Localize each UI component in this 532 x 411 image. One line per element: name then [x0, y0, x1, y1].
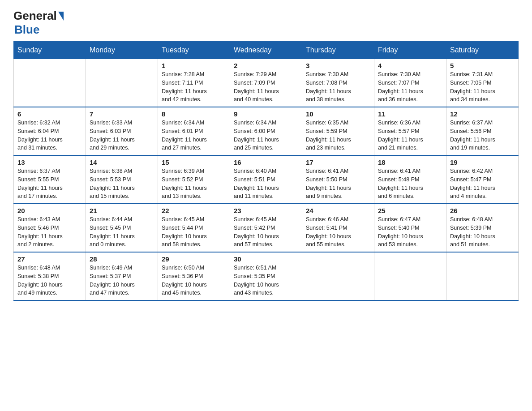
day-info: Sunrise: 6:38 AM Sunset: 5:53 PM Dayligh…	[90, 167, 154, 201]
day-info: Sunrise: 6:41 AM Sunset: 5:48 PM Dayligh…	[378, 167, 442, 201]
day-info: Sunrise: 7:29 AM Sunset: 7:09 PM Dayligh…	[234, 70, 298, 104]
calendar-cell: 13Sunrise: 6:37 AM Sunset: 5:55 PM Dayli…	[14, 155, 86, 204]
weekday-header-tuesday: Tuesday	[158, 42, 230, 59]
calendar-cell: 19Sunrise: 6:42 AM Sunset: 5:47 PM Dayli…	[446, 155, 519, 204]
day-number: 26	[450, 207, 515, 214]
day-info: Sunrise: 7:30 AM Sunset: 7:07 PM Dayligh…	[378, 70, 442, 104]
day-number: 6	[17, 110, 82, 118]
weekday-header-friday: Friday	[374, 42, 446, 59]
day-info: Sunrise: 6:32 AM Sunset: 6:04 PM Dayligh…	[17, 119, 82, 152]
day-number: 23	[234, 207, 298, 214]
calendar-cell: 11Sunrise: 6:36 AM Sunset: 5:57 PM Dayli…	[374, 107, 446, 155]
day-info: Sunrise: 6:43 AM Sunset: 5:46 PM Dayligh…	[17, 215, 82, 249]
day-number: 17	[306, 158, 370, 166]
day-info: Sunrise: 6:42 AM Sunset: 5:47 PM Dayligh…	[450, 167, 515, 201]
day-number: 30	[234, 255, 298, 263]
day-number: 2	[234, 62, 298, 69]
calendar-header-row: SundayMondayTuesdayWednesdayThursdayFrid…	[14, 42, 519, 59]
calendar-cell	[374, 252, 446, 300]
day-info: Sunrise: 6:45 AM Sunset: 5:44 PM Dayligh…	[162, 215, 226, 249]
day-info: Sunrise: 6:33 AM Sunset: 6:03 PM Dayligh…	[90, 119, 154, 152]
day-number: 28	[90, 255, 154, 263]
day-info: Sunrise: 6:50 AM Sunset: 5:36 PM Dayligh…	[162, 264, 226, 297]
weekday-header-wednesday: Wednesday	[230, 42, 302, 59]
calendar-cell: 30Sunrise: 6:51 AM Sunset: 5:35 PM Dayli…	[230, 252, 302, 300]
calendar-week-row: 20Sunrise: 6:43 AM Sunset: 5:46 PM Dayli…	[14, 204, 519, 252]
day-number: 24	[306, 207, 370, 214]
day-number: 1	[162, 62, 226, 69]
day-info: Sunrise: 6:34 AM Sunset: 6:01 PM Dayligh…	[162, 119, 226, 152]
day-info: Sunrise: 6:40 AM Sunset: 5:51 PM Dayligh…	[234, 167, 298, 201]
day-info: Sunrise: 6:34 AM Sunset: 6:00 PM Dayligh…	[234, 119, 298, 152]
calendar-cell: 23Sunrise: 6:45 AM Sunset: 5:42 PM Dayli…	[230, 204, 302, 252]
calendar-cell: 9Sunrise: 6:34 AM Sunset: 6:00 PM Daylig…	[230, 107, 302, 155]
day-info: Sunrise: 6:44 AM Sunset: 5:45 PM Dayligh…	[90, 215, 154, 249]
day-number: 11	[378, 110, 442, 118]
day-number: 22	[162, 207, 226, 214]
day-number: 7	[90, 110, 154, 118]
day-info: Sunrise: 6:39 AM Sunset: 5:52 PM Dayligh…	[162, 167, 226, 201]
calendar-cell: 12Sunrise: 6:37 AM Sunset: 5:56 PM Dayli…	[446, 107, 519, 155]
day-number: 20	[17, 207, 82, 214]
day-info: Sunrise: 6:35 AM Sunset: 5:59 PM Dayligh…	[306, 119, 370, 152]
day-info: Sunrise: 6:37 AM Sunset: 5:56 PM Dayligh…	[450, 119, 515, 152]
day-number: 18	[378, 158, 442, 166]
day-info: Sunrise: 6:45 AM Sunset: 5:42 PM Dayligh…	[234, 215, 298, 249]
calendar-week-row: 27Sunrise: 6:48 AM Sunset: 5:38 PM Dayli…	[14, 252, 519, 300]
day-info: Sunrise: 6:47 AM Sunset: 5:40 PM Dayligh…	[378, 215, 442, 249]
day-number: 21	[90, 207, 154, 214]
calendar-cell: 28Sunrise: 6:49 AM Sunset: 5:37 PM Dayli…	[86, 252, 158, 300]
day-info: Sunrise: 6:49 AM Sunset: 5:37 PM Dayligh…	[90, 264, 154, 297]
logo: General Blue	[13, 9, 64, 37]
calendar-cell: 3Sunrise: 7:30 AM Sunset: 7:08 PM Daylig…	[302, 59, 374, 107]
calendar-cell	[302, 252, 374, 300]
day-number: 29	[162, 255, 226, 263]
day-number: 25	[378, 207, 442, 214]
day-info: Sunrise: 7:28 AM Sunset: 7:11 PM Dayligh…	[162, 70, 226, 104]
calendar-cell: 15Sunrise: 6:39 AM Sunset: 5:52 PM Dayli…	[158, 155, 230, 204]
logo-chevron-icon	[58, 12, 64, 21]
day-info: Sunrise: 6:41 AM Sunset: 5:50 PM Dayligh…	[306, 167, 370, 201]
weekday-header-thursday: Thursday	[302, 42, 374, 59]
logo-row: General	[13, 9, 64, 23]
day-number: 19	[450, 158, 515, 166]
weekday-header-monday: Monday	[86, 42, 158, 59]
calendar-table: SundayMondayTuesdayWednesdayThursdayFrid…	[13, 41, 519, 301]
day-info: Sunrise: 6:36 AM Sunset: 5:57 PM Dayligh…	[378, 119, 442, 152]
calendar-cell: 7Sunrise: 6:33 AM Sunset: 6:03 PM Daylig…	[86, 107, 158, 155]
calendar-week-row: 6Sunrise: 6:32 AM Sunset: 6:04 PM Daylig…	[14, 107, 519, 155]
day-number: 8	[162, 110, 226, 118]
logo-blue-row: Blue	[13, 23, 39, 37]
day-info: Sunrise: 7:30 AM Sunset: 7:08 PM Dayligh…	[306, 70, 370, 104]
calendar-cell	[14, 59, 86, 107]
calendar-cell: 5Sunrise: 7:31 AM Sunset: 7:05 PM Daylig…	[446, 59, 519, 107]
weekday-header-sunday: Sunday	[14, 42, 86, 59]
calendar-cell: 4Sunrise: 7:30 AM Sunset: 7:07 PM Daylig…	[374, 59, 446, 107]
calendar-cell: 25Sunrise: 6:47 AM Sunset: 5:40 PM Dayli…	[374, 204, 446, 252]
day-number: 5	[450, 62, 515, 69]
calendar-cell: 24Sunrise: 6:46 AM Sunset: 5:41 PM Dayli…	[302, 204, 374, 252]
page-header: General Blue	[13, 9, 519, 37]
calendar-cell	[86, 59, 158, 107]
day-info: Sunrise: 7:31 AM Sunset: 7:05 PM Dayligh…	[450, 70, 515, 104]
calendar-cell: 21Sunrise: 6:44 AM Sunset: 5:45 PM Dayli…	[86, 204, 158, 252]
calendar-cell: 18Sunrise: 6:41 AM Sunset: 5:48 PM Dayli…	[374, 155, 446, 204]
calendar-cell: 22Sunrise: 6:45 AM Sunset: 5:44 PM Dayli…	[158, 204, 230, 252]
calendar-cell: 2Sunrise: 7:29 AM Sunset: 7:09 PM Daylig…	[230, 59, 302, 107]
calendar-cell: 16Sunrise: 6:40 AM Sunset: 5:51 PM Dayli…	[230, 155, 302, 204]
logo-blue-text: Blue	[14, 23, 39, 36]
day-number: 13	[17, 158, 82, 166]
calendar-cell: 29Sunrise: 6:50 AM Sunset: 5:36 PM Dayli…	[158, 252, 230, 300]
day-number: 15	[162, 158, 226, 166]
calendar-cell: 26Sunrise: 6:48 AM Sunset: 5:39 PM Dayli…	[446, 204, 519, 252]
day-number: 4	[378, 62, 442, 69]
day-info: Sunrise: 6:51 AM Sunset: 5:35 PM Dayligh…	[234, 264, 298, 297]
calendar-week-row: 13Sunrise: 6:37 AM Sunset: 5:55 PM Dayli…	[14, 155, 519, 204]
day-number: 9	[234, 110, 298, 118]
day-info: Sunrise: 6:48 AM Sunset: 5:39 PM Dayligh…	[450, 215, 515, 249]
weekday-header-saturday: Saturday	[446, 42, 519, 59]
day-number: 3	[306, 62, 370, 69]
calendar-cell	[446, 252, 519, 300]
calendar-cell: 14Sunrise: 6:38 AM Sunset: 5:53 PM Dayli…	[86, 155, 158, 204]
calendar-week-row: 1Sunrise: 7:28 AM Sunset: 7:11 PM Daylig…	[14, 59, 519, 107]
